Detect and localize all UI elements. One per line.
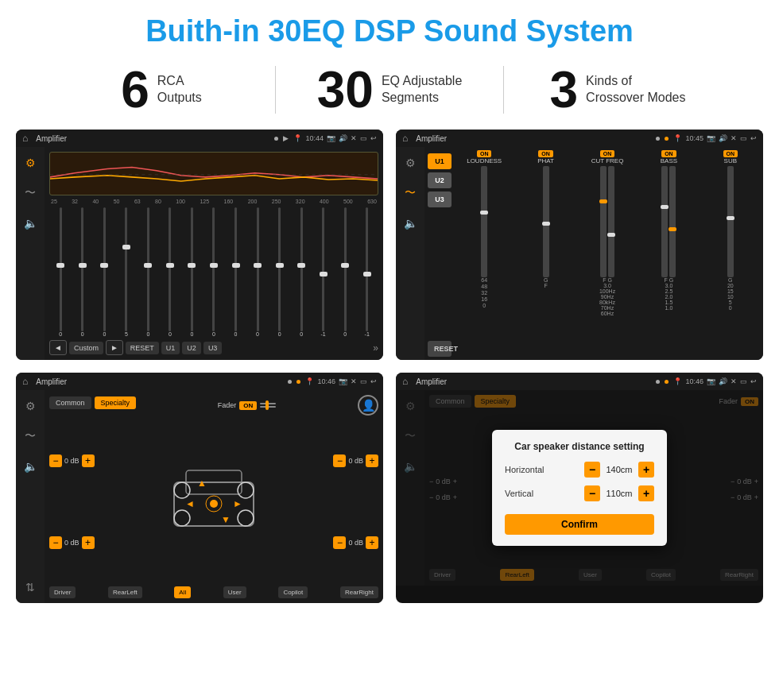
eq-sidebar-eq-icon[interactable]: ⚙ <box>21 153 40 172</box>
fader-db-lb-plus[interactable]: + <box>82 536 95 549</box>
fader-tab-specialty[interactable]: Specialty <box>95 396 137 409</box>
stat-rca: 6 RCA Outputs <box>48 64 275 115</box>
dialog-horizontal-value: 140cm <box>603 465 635 474</box>
eq-slider-9[interactable]: 0 <box>248 207 268 337</box>
eq-left-sidebar: ⚙ 〜 🔈 <box>16 147 45 360</box>
fader-main-content: Common Specialty Fader ON 👤 − <box>45 390 383 603</box>
status-bar-fader: ⌂ Amplifier 📍 10:46 📷 ✕ ▭ ↩ <box>16 373 383 390</box>
svg-rect-3 <box>265 400 269 410</box>
fader-db-lt-plus[interactable]: + <box>82 454 95 467</box>
fader-pin-icon: 📍 <box>305 377 314 385</box>
ch-loudness: ON LOUDNESS 644832160 <box>455 150 514 308</box>
crossover-sidebar-eq-icon[interactable]: ⚙ <box>401 153 420 172</box>
fader-db-left-bot: − 0 dB + <box>49 536 95 549</box>
eq-slider-5[interactable]: 0 <box>161 207 180 337</box>
ch-cutfreq: ON CUT FREQ <box>578 150 637 316</box>
eq-slider-2[interactable]: 0 <box>95 207 114 337</box>
fader-amplifier-layout: ⚙ 〜 🔈 ⇅ Common Specialty Fader ON 👤 <box>16 390 383 603</box>
crossover-u1-button[interactable]: U1 <box>428 153 452 169</box>
crossover-back-icon[interactable]: ↩ <box>750 134 757 142</box>
eq-amplifier-layout: ⚙ 〜 🔈 2532405063801001251602002503204005… <box>16 147 383 360</box>
fader-db-rt-plus[interactable]: + <box>366 454 378 467</box>
eq-slider-1[interactable]: 0 <box>73 207 93 337</box>
eq-slider-12[interactable]: -1 <box>313 207 333 337</box>
fader-copilot-button[interactable]: Copilot <box>278 586 308 598</box>
crossover-amplifier-layout: ⚙ 〜 🔈 U1 U2 U3 RESET ON LOUDNESS <box>396 147 763 360</box>
eq-slider-4[interactable]: 0 <box>138 207 158 337</box>
eq-slider-0[interactable]: 0 <box>51 207 71 337</box>
eq-slider-6[interactable]: 0 <box>182 207 202 337</box>
eq-custom-button[interactable]: Custom <box>69 342 103 354</box>
fader-dot1 <box>288 380 292 384</box>
eq-slider-14[interactable]: -1 <box>357 207 377 337</box>
fader-tab-common[interactable]: Common <box>49 396 91 409</box>
fader-db-rt-minus[interactable]: − <box>333 454 346 467</box>
fader-sidebar-wave-icon[interactable]: 〜 <box>21 427 40 446</box>
svg-point-8 <box>174 510 190 526</box>
fader-db-lt-minus[interactable]: − <box>49 454 62 467</box>
dialog-box: Car speaker distance setting Horizontal … <box>492 430 667 546</box>
eq-slider-11[interactable]: 0 <box>292 207 312 337</box>
eq-sidebar-speaker-icon[interactable]: 🔈 <box>21 214 40 233</box>
eq-play-icon: ▶ <box>283 134 289 142</box>
eq-next-button[interactable]: ► <box>106 340 123 355</box>
svg-point-7 <box>238 482 254 498</box>
fader-sidebar-arrows-icon[interactable]: ⇅ <box>21 578 40 597</box>
eq-slider-13[interactable]: 0 <box>335 207 355 337</box>
home-icon-crossover[interactable]: ⌂ <box>402 133 408 144</box>
fader-rearleft-button[interactable]: RearLeft <box>108 586 142 598</box>
page-title: Buith-in 30EQ DSP Sound System <box>0 0 779 56</box>
stat-text-crossover: Kinds of Crossover Modes <box>586 73 685 106</box>
eq-sidebar-wave-icon[interactable]: 〜 <box>21 184 40 203</box>
crossover-u3-button[interactable]: U3 <box>428 191 452 207</box>
crossover-screen-title: Amplifier <box>416 134 651 143</box>
dialog-vertical-minus[interactable]: − <box>584 485 600 501</box>
fader-back-icon[interactable]: ↩ <box>370 377 377 385</box>
fader-db-rb-minus[interactable]: − <box>333 536 346 549</box>
fader-all-button[interactable]: All <box>174 586 191 598</box>
eq-u2-button[interactable]: U2 <box>182 342 201 354</box>
fader-sidebar-speaker-icon[interactable]: 🔈 <box>21 457 40 476</box>
eq-screen-title: Amplifier <box>36 134 269 143</box>
fader-db-rb-plus[interactable]: + <box>366 536 378 549</box>
eq-prev-button[interactable]: ◄ <box>49 340 67 355</box>
crossover-reset-button[interactable]: RESET <box>428 341 452 357</box>
crossover-x-icon: ✕ <box>731 134 737 142</box>
crossover-left-sidebar: ⚙ 〜 🔈 <box>396 147 424 360</box>
eq-u3-button[interactable]: U3 <box>203 342 223 354</box>
fader-db-lb-value: 0 dB <box>64 539 79 547</box>
eq-reset-button[interactable]: RESET <box>126 342 159 354</box>
eq-slider-8[interactable]: 0 <box>226 207 246 337</box>
eq-back-icon[interactable]: ↩ <box>370 134 377 142</box>
fader-db-lb-minus[interactable]: − <box>49 536 62 549</box>
fader-rearright-button[interactable]: RearRight <box>340 586 378 598</box>
fader-time: 10:46 <box>317 377 335 385</box>
stat-crossover: 3 Kinds of Crossover Modes <box>504 64 731 115</box>
fader-sidebar-eq-icon[interactable]: ⚙ <box>21 396 40 416</box>
home-icon-fader[interactable]: ⌂ <box>22 376 28 387</box>
screens-grid: ⌂ Amplifier ▶ 📍 10:44 📷 🔊 ✕ ▭ ↩ ⚙ 〜 🔈 <box>0 125 779 611</box>
fader-user-button[interactable]: User <box>223 586 246 598</box>
ch-phat: ON PHAT GF <box>516 150 575 288</box>
fader-driver-button[interactable]: Driver <box>49 586 76 598</box>
crossover-sidebar-speaker-icon[interactable]: 🔈 <box>401 214 420 233</box>
crossover-u2-button[interactable]: U2 <box>428 172 452 188</box>
crossover-dot1 <box>656 137 660 141</box>
eq-slider-3[interactable]: 5 <box>117 207 137 337</box>
fader-label: Fader <box>218 401 237 409</box>
ch-sub: ON SUB G 20 15 10 <box>701 150 760 311</box>
eq-slider-7[interactable]: 0 <box>204 207 224 337</box>
dialog-horizontal-plus[interactable]: + <box>638 462 654 478</box>
eq-bottom-bar: ◄ Custom ► RESET U1 U2 U3 » <box>49 340 378 355</box>
dialog-horizontal-minus[interactable]: − <box>584 462 600 478</box>
ch-bass: ON BASS <box>639 150 698 311</box>
crossover-sidebar-wave-icon[interactable]: 〜 <box>401 184 420 203</box>
eq-slider-10[interactable]: 0 <box>269 207 289 337</box>
home-icon-eq[interactable]: ⌂ <box>22 133 28 144</box>
screen-fader: ⌂ Amplifier 📍 10:46 📷 ✕ ▭ ↩ ⚙ 〜 🔈 ⇅ <box>16 373 383 603</box>
dialog-vertical-label: Vertical <box>505 489 533 498</box>
dialog-vertical-plus[interactable]: + <box>638 485 654 501</box>
eq-dot1 <box>274 137 278 141</box>
dialog-confirm-button[interactable]: Confirm <box>505 514 654 535</box>
eq-u1-button[interactable]: U1 <box>161 342 180 354</box>
